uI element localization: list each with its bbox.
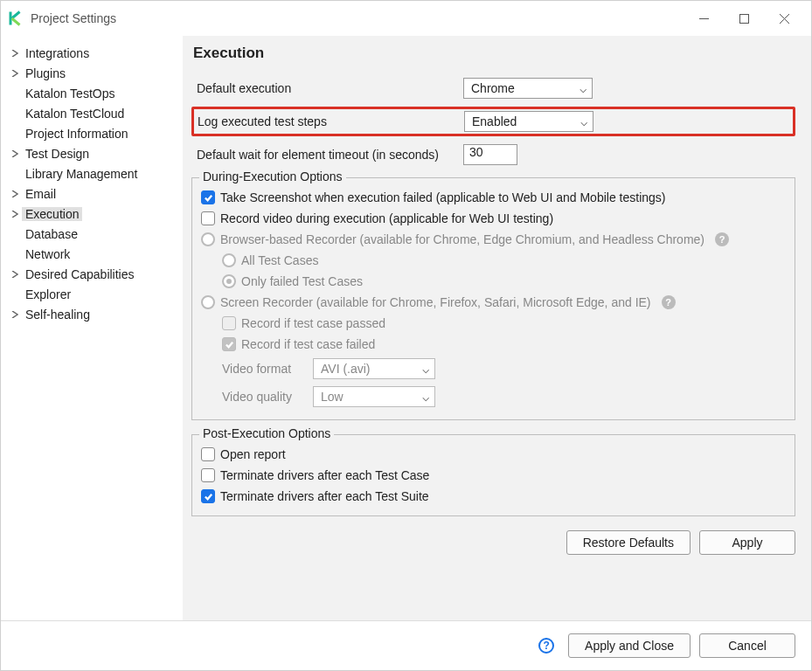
log-executed-steps-row: Log executed test steps Enabled ⌵ (191, 107, 795, 136)
default-execution-label: Default execution (197, 81, 463, 95)
chevron-right-icon (8, 207, 22, 221)
during-execution-fieldset: During-Execution Options Take Screenshot… (191, 177, 795, 420)
maximize-button[interactable] (724, 4, 764, 32)
panel-title: Execution (193, 45, 795, 62)
only-failed-row: Only failed Test Cases (201, 271, 786, 292)
svg-rect-0 (739, 14, 748, 23)
default-wait-row: Default wait for element timeout (in sec… (191, 142, 795, 168)
default-wait-label: Default wait for element timeout (in sec… (197, 148, 463, 162)
settings-tree: Integrations Plugins Katalon TestOps Kat… (1, 36, 183, 620)
terminate-after-case-row[interactable]: Terminate drivers after each Test Case (201, 465, 786, 486)
tree-item-library-management[interactable]: Library Management (4, 163, 179, 183)
chevron-down-icon: ⌵ (422, 362, 429, 376)
default-wait-input[interactable]: 30 (463, 144, 517, 165)
tree-item-self-healing[interactable]: Self-healing (4, 304, 179, 324)
chevron-right-icon (8, 66, 22, 80)
post-execution-legend: Post-Execution Options (199, 426, 334, 440)
app-logo-icon (8, 10, 24, 26)
log-executed-steps-select[interactable]: Enabled ⌵ (464, 111, 593, 132)
close-button[interactable] (764, 4, 804, 32)
terminate-after-case-checkbox[interactable] (201, 468, 215, 482)
default-execution-select[interactable]: Chrome ⌵ (463, 78, 593, 99)
titlebar: Project Settings (1, 1, 811, 36)
tree-item-katalon-testcloud[interactable]: Katalon TestCloud (4, 103, 179, 123)
dialog-footer: ? Apply and Close Cancel (1, 620, 811, 670)
record-if-failed-checkbox (222, 337, 236, 351)
chevron-down-icon: ⌵ (422, 390, 429, 404)
video-format-select: AVI (.avi) ⌵ (313, 358, 435, 379)
chevron-right-icon (8, 308, 22, 322)
tree-item-database[interactable]: Database (4, 224, 179, 244)
default-execution-row: Default execution Chrome ⌵ (191, 75, 795, 101)
video-quality-label: Video quality (222, 390, 306, 404)
video-format-label: Video format (222, 362, 306, 376)
chevron-right-icon (8, 147, 22, 161)
terminate-after-suite-checkbox[interactable] (201, 489, 215, 503)
terminate-after-suite-row[interactable]: Terminate drivers after each Test Suite (201, 486, 786, 507)
help-icon[interactable]: ? (538, 638, 554, 654)
chevron-right-icon (8, 46, 22, 60)
apply-and-close-button[interactable]: Apply and Close (568, 633, 691, 658)
tree-item-project-information[interactable]: Project Information (4, 123, 179, 143)
screen-recorder-radio (201, 295, 215, 309)
video-format-row: Video format AVI (.avi) ⌵ (201, 355, 786, 383)
minimize-button[interactable] (684, 4, 724, 32)
tree-item-katalon-testops[interactable]: Katalon TestOps (4, 83, 179, 103)
window-title: Project Settings (31, 11, 116, 25)
open-report-row[interactable]: Open report (201, 444, 786, 465)
take-screenshot-row[interactable]: Take Screenshot when execution failed (a… (201, 187, 786, 208)
chevron-right-icon (8, 187, 22, 201)
screen-recorder-row: Screen Recorder (available for Chrome, F… (201, 292, 786, 313)
help-icon[interactable]: ? (662, 295, 676, 309)
tree-item-email[interactable]: Email (4, 183, 179, 204)
panel-buttons: Restore Defaults Apply (191, 530, 795, 555)
tree-item-execution[interactable]: Execution (4, 204, 179, 224)
record-video-checkbox[interactable] (201, 211, 215, 225)
video-quality-row: Video quality Low ⌵ (201, 383, 786, 411)
during-execution-legend: During-Execution Options (199, 169, 346, 183)
cancel-button[interactable]: Cancel (699, 633, 795, 658)
help-icon[interactable]: ? (715, 232, 729, 246)
all-test-cases-row: All Test Cases (201, 250, 786, 271)
take-screenshot-checkbox[interactable] (201, 190, 215, 204)
restore-defaults-button[interactable]: Restore Defaults (566, 530, 691, 555)
browser-recorder-radio (201, 232, 215, 246)
tree-item-integrations[interactable]: Integrations (4, 43, 179, 63)
tree-item-test-design[interactable]: Test Design (4, 143, 179, 163)
log-executed-steps-label: Log executed test steps (198, 114, 464, 128)
browser-recorder-row: Browser-based Recorder (available for Ch… (201, 229, 786, 250)
tree-item-explorer[interactable]: Explorer (4, 284, 179, 304)
project-settings-window: Project Settings Integrations Plugins Ka… (0, 0, 812, 671)
post-execution-fieldset: Post-Execution Options Open report Termi… (191, 434, 795, 516)
all-test-cases-radio (222, 253, 236, 267)
apply-button[interactable]: Apply (699, 530, 795, 555)
record-video-row[interactable]: Record video during execution (applicabl… (201, 208, 786, 229)
chevron-down-icon: ⌵ (580, 114, 587, 128)
record-if-passed-checkbox (222, 316, 236, 330)
chevron-down-icon: ⌵ (580, 81, 586, 95)
tree-item-network[interactable]: Network (4, 244, 179, 264)
tree-item-desired-capabilities[interactable]: Desired Capabilities (4, 264, 179, 284)
record-if-passed-row: Record if test case passed (201, 313, 786, 334)
chevron-right-icon (8, 267, 22, 281)
only-failed-radio (222, 274, 236, 288)
video-quality-select: Low ⌵ (313, 386, 435, 407)
tree-item-plugins[interactable]: Plugins (4, 63, 179, 83)
record-if-failed-row: Record if test case failed (201, 334, 786, 355)
open-report-checkbox[interactable] (201, 447, 215, 461)
execution-panel: Execution Default execution Chrome ⌵ Log… (183, 36, 811, 620)
